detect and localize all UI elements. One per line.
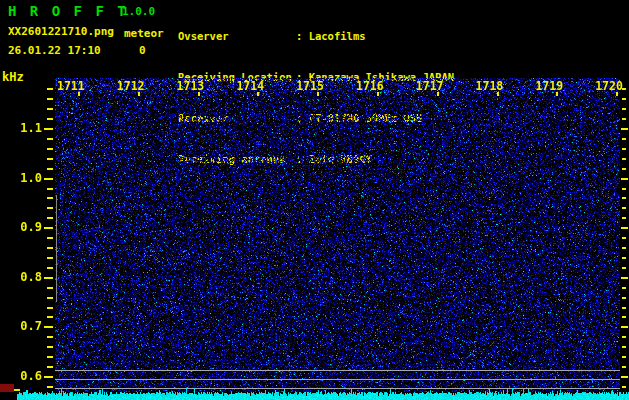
observation-datetime: 26.01.22 17:10 — [8, 44, 101, 57]
output-filename: XX2601221710.png — [8, 25, 114, 38]
app-version: 1.0.0 — [122, 5, 155, 18]
info-label: Ovserver — [178, 30, 296, 44]
info-separator: : — [296, 30, 302, 42]
info-value: Lacofilms — [309, 30, 366, 42]
observation-mode: meteor — [124, 27, 164, 40]
hrofft-output-screen: H R O F F T 1.0.0 XX2601221710.png meteo… — [0, 0, 629, 400]
echo-count: 0 — [139, 44, 146, 57]
spectrogram-canvas — [0, 78, 629, 400]
info-row-observer: Ovserver: Lacofilms — [178, 30, 454, 44]
app-title: H R O F F T — [8, 3, 128, 19]
